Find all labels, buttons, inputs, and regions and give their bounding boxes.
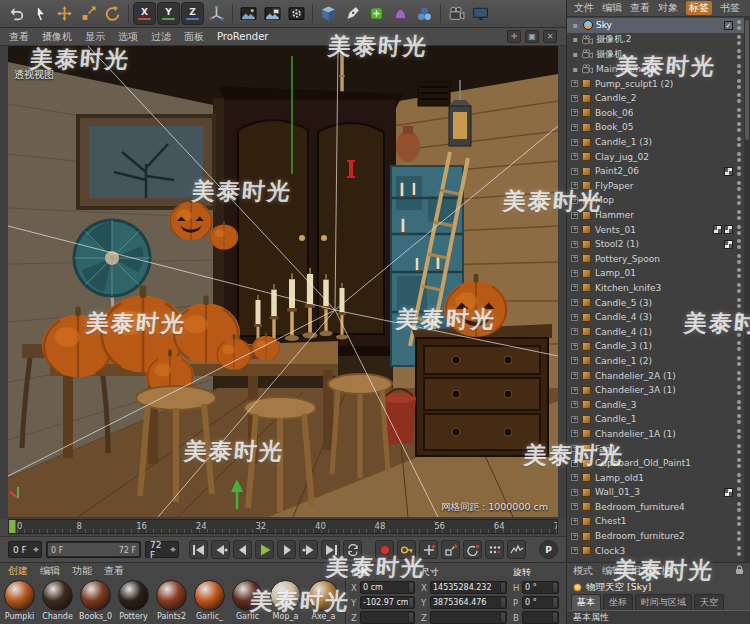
- attribute-tab-天空[interactable]: 天空: [694, 594, 724, 610]
- coord-field[interactable]: 0 °: [522, 596, 559, 609]
- visibility-dots[interactable]: [737, 356, 741, 366]
- goto-end-button[interactable]: [321, 540, 340, 559]
- om-menu-item-4[interactable]: 标签: [686, 1, 712, 15]
- expand-toggle-icon[interactable]: +: [571, 401, 578, 408]
- expand-toggle-icon[interactable]: +: [571, 372, 578, 379]
- object-row[interactable]: +Lamp_old1: [567, 470, 744, 485]
- visibility-dots[interactable]: [737, 122, 741, 132]
- expand-toggle-icon[interactable]: +: [571, 80, 578, 87]
- object-row[interactable]: +Book_06: [567, 106, 744, 121]
- expand-toggle-icon[interactable]: +: [571, 212, 578, 219]
- visibility-dots[interactable]: [737, 385, 741, 395]
- expand-toggle-icon[interactable]: +: [571, 503, 578, 510]
- object-row[interactable]: +Vents_01: [567, 222, 744, 237]
- end-frame-field[interactable]: 72 F: [145, 541, 179, 558]
- generators-icon[interactable]: [365, 2, 388, 25]
- material-item[interactable]: Garlic_: [193, 580, 226, 621]
- next-frame-button[interactable]: [277, 540, 296, 559]
- viewport-close-icon[interactable]: ✕: [543, 30, 557, 43]
- viewport-menu-item-4[interactable]: 过滤: [151, 30, 171, 44]
- object-row[interactable]: +Paint2_06: [567, 164, 744, 179]
- visibility-dots[interactable]: [737, 79, 741, 89]
- material-item[interactable]: Pottery: [117, 580, 150, 621]
- attribute-tab-时间与区域[interactable]: 时间与区域: [635, 594, 692, 610]
- texture-tag-icon[interactable]: [724, 167, 733, 176]
- object-manager-scrollbar[interactable]: [744, 18, 750, 562]
- visibility-dots[interactable]: [737, 458, 741, 468]
- visibility-dots[interactable]: [737, 35, 741, 45]
- visibility-dots[interactable]: [737, 502, 741, 512]
- attr-menu-item-1[interactable]: 编辑: [602, 564, 622, 578]
- expand-toggle-icon[interactable]: +: [571, 489, 578, 496]
- expand-toggle-icon[interactable]: +: [571, 460, 578, 467]
- object-row[interactable]: +Clay_jug_02: [567, 149, 744, 164]
- expand-toggle-icon[interactable]: +: [571, 255, 578, 262]
- expand-toggle-icon[interactable]: +: [571, 270, 578, 277]
- scene-cameras-icon[interactable]: [445, 2, 468, 25]
- visibility-dots[interactable]: [737, 444, 741, 454]
- object-row[interactable]: +Hammer: [567, 208, 744, 223]
- coord-field[interactable]: [430, 611, 507, 624]
- object-row[interactable]: +Candle_4 (1): [567, 324, 744, 339]
- expand-toggle-icon[interactable]: ▪: [571, 65, 579, 74]
- visibility-dots[interactable]: [737, 283, 741, 293]
- material-item[interactable]: Chande: [41, 580, 74, 621]
- expand-toggle-icon[interactable]: +: [571, 430, 578, 437]
- visibility-dots[interactable]: [737, 181, 741, 191]
- undo-icon[interactable]: [5, 2, 28, 25]
- object-row[interactable]: +Pottery_Spoon: [567, 252, 744, 267]
- viewport-menu-item-5[interactable]: 面板: [184, 30, 204, 44]
- expand-toggle-icon[interactable]: +: [571, 445, 578, 452]
- select-tool-icon[interactable]: [29, 2, 52, 25]
- viewport-toggle-views-icon[interactable]: ✛: [507, 30, 521, 43]
- object-row[interactable]: +Candle_2: [567, 91, 744, 106]
- render-picture-viewer-icon[interactable]: [261, 2, 284, 25]
- object-row[interactable]: +Candle_5 (3): [567, 295, 744, 310]
- coord-field[interactable]: 0 cm: [360, 581, 415, 594]
- viewport-menu-prorender[interactable]: ProRender: [217, 31, 268, 42]
- object-row[interactable]: +Candle_1 (3): [567, 135, 744, 150]
- coord-field[interactable]: 0 °: [522, 581, 559, 594]
- object-row[interactable]: +Fan1: [567, 441, 744, 456]
- object-row[interactable]: ▪Sky✓: [567, 18, 744, 33]
- object-row[interactable]: +Mop: [567, 193, 744, 208]
- expand-toggle-icon[interactable]: +: [571, 474, 578, 481]
- lock-x-axis-icon[interactable]: X: [133, 2, 156, 25]
- visibility-dots[interactable]: [737, 371, 741, 381]
- spline-pen-icon[interactable]: [341, 2, 364, 25]
- coord-field[interactable]: 3875364.476: [430, 596, 507, 609]
- object-row[interactable]: +Candle_3: [567, 397, 744, 412]
- record-rotation-button[interactable]: [463, 540, 482, 559]
- texture-tag-icon[interactable]: [724, 225, 733, 234]
- object-row[interactable]: +Book_05: [567, 120, 744, 135]
- viewport-menu-item-2[interactable]: 显示: [85, 30, 105, 44]
- object-row[interactable]: +Clock3: [567, 543, 744, 558]
- visibility-dots[interactable]: [737, 531, 741, 541]
- material-menu-item-1[interactable]: 编辑: [40, 564, 60, 578]
- expand-toggle-icon[interactable]: +: [571, 168, 578, 175]
- texture-tag-icon[interactable]: [724, 240, 733, 249]
- primitive-cube-icon[interactable]: [317, 2, 340, 25]
- lock-z-axis-icon[interactable]: Z: [181, 2, 204, 25]
- object-row[interactable]: +FlyPaper: [567, 179, 744, 194]
- current-frame-field[interactable]: 0 F: [8, 541, 42, 558]
- visibility-dots[interactable]: [737, 327, 741, 337]
- object-row[interactable]: ▪Main Camera: [567, 62, 744, 77]
- object-row[interactable]: ▪摄像机.2: [567, 33, 744, 48]
- expand-toggle-icon[interactable]: +: [571, 182, 578, 189]
- powerslider-options-button[interactable]: P: [539, 540, 558, 559]
- expand-toggle-icon[interactable]: +: [571, 226, 578, 233]
- visibility-dots[interactable]: [737, 268, 741, 278]
- om-menu-item-3[interactable]: 对象: [658, 1, 678, 15]
- material-item[interactable]: Books_0: [79, 580, 112, 621]
- object-row[interactable]: +Cupboard_Old_Paint1: [567, 456, 744, 471]
- viewport-menu-item-3[interactable]: 选项: [118, 30, 138, 44]
- visibility-dots[interactable]: [737, 93, 741, 103]
- visibility-dots[interactable]: [737, 487, 741, 497]
- loop-button[interactable]: [343, 540, 362, 559]
- object-row[interactable]: +Candle_3 (1): [567, 339, 744, 354]
- viewport-canvas[interactable]: 透视视图 网格间距 : 1000000 cm: [8, 46, 558, 517]
- object-row[interactable]: +Bedroom_furniture2: [567, 529, 744, 544]
- om-menu-item-5[interactable]: 书签: [720, 1, 740, 15]
- play-button[interactable]: [255, 540, 274, 559]
